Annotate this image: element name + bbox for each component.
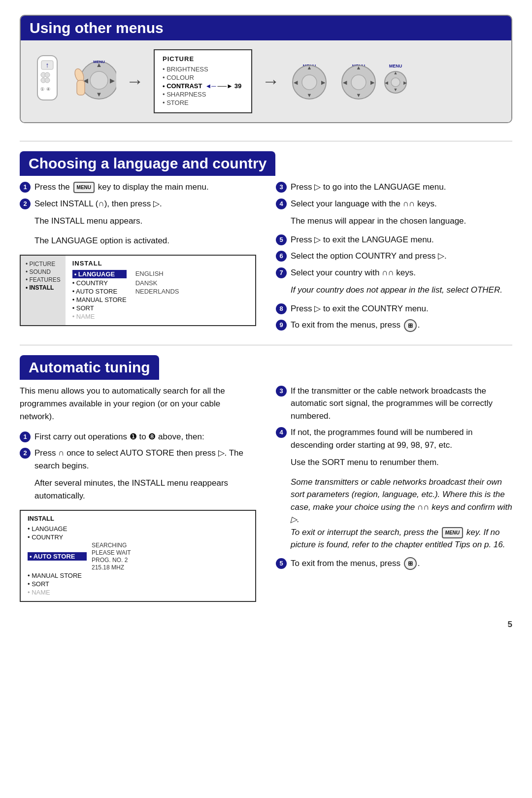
auto-step-4: 4 If not, the programmes found will be n… <box>276 426 512 553</box>
nav-disc-svg-small: MENU ▲ ▼ ◀ ▶ <box>382 61 409 100</box>
svg-text:MENU: MENU <box>93 60 105 64</box>
auto-step-4-text: If not, the programmes found will be num… <box>291 426 512 451</box>
step-2-sub-1: The INSTALL menu appears. <box>34 215 142 228</box>
auto-step-3-text: If the transmitter or the cable network … <box>291 385 512 423</box>
install-menu-row-name: • NAME <box>72 313 248 320</box>
install2-language-name: • LANGUAGE <box>28 525 87 532</box>
using-other-menus-content: ↑ ① ④ ▲ ▼ ◀ <box>21 40 511 122</box>
svg-text:▲: ▲ <box>356 65 362 70</box>
svg-point-4 <box>45 72 50 77</box>
nav-disc-2: MENU ▲ ▼ ◀ ▶ <box>290 61 329 102</box>
menu-key-icon-2: MENU <box>442 527 463 538</box>
step-5-num: 5 <box>276 234 287 245</box>
step-7-num: 7 <box>276 267 287 278</box>
auto-step-2-num: 2 <box>20 448 31 459</box>
steps-right-list: 3 Press ▷ to go into the LANGUAGE menu. … <box>276 181 512 332</box>
exit-key-icon: ⊞ <box>404 319 417 332</box>
step-3-num: 3 <box>276 182 287 193</box>
install2-country-name: • COUNTRY <box>28 533 87 541</box>
picture-item-brightness: • BRIGHTNESS <box>163 66 243 73</box>
automatic-tuning-section: Automatic tuning <box>20 355 512 380</box>
step-6-text: Select the option COUNTRY and press ▷. <box>291 250 447 263</box>
svg-text:↑: ↑ <box>46 61 49 69</box>
auto-step-4-sub-italic: Some transmitters or cable networks broa… <box>291 476 512 551</box>
svg-text:▶: ▶ <box>403 80 407 85</box>
step-3-text: Press ▷ to go into the LANGUAGE menu. <box>291 181 446 194</box>
auto-step-3: 3 If the transmitter or the cable networ… <box>276 385 512 423</box>
svg-text:◀: ◀ <box>294 79 298 85</box>
install-menu-sidebar: • PICTURE • SOUND • FEATURES • INSTALL <box>21 256 66 325</box>
remote-svg-1: ↑ ① ④ <box>33 53 62 107</box>
auto-tuning-right: 3 If the transmitter or the cable networ… <box>276 385 512 610</box>
auto-step-5-text: To exit from the menus, press ⊞. <box>291 557 420 570</box>
install2-sort-name: • SORT <box>28 580 87 588</box>
nav-disc-small: MENU ▲ ▼ ◀ ▶ <box>382 61 409 102</box>
picture-item-store: • STORE <box>163 99 243 106</box>
remote-svg-2: ▲ ▼ ◀ ▶ MENU <box>72 53 116 107</box>
install2-row-name: • NAME <box>28 589 248 596</box>
step-1-num: 1 <box>20 182 31 193</box>
svg-text:④: ④ <box>46 87 50 92</box>
svg-text:MENU: MENU <box>389 64 402 68</box>
svg-point-10 <box>90 71 108 89</box>
svg-point-27 <box>351 75 366 90</box>
val-freq: 215.18 MHZ <box>92 564 131 571</box>
install-menu-row-manualstore: • MANUAL STORE <box>72 296 248 303</box>
install-menu-row-language: • LANGUAGE ENGLISH <box>72 270 248 278</box>
install-autostore-value: NEDERLANDS <box>135 288 179 295</box>
svg-text:▲: ▲ <box>394 70 398 75</box>
automatic-tuning-title: Automatic tuning <box>20 355 159 380</box>
arrow-right-icon-2: → <box>262 71 280 92</box>
auto-step-1-text: First carry out operations ❶ to ❽ above,… <box>34 431 204 443</box>
picture-item-colour: • COLOUR <box>163 74 243 81</box>
using-other-menus-section: Using other menus ↑ ① ④ <box>20 15 512 123</box>
sidebar-features: • FEATURES <box>26 276 61 283</box>
picture-menu-title: PICTURE <box>163 55 243 63</box>
svg-point-20 <box>302 75 317 90</box>
step-9-num: 9 <box>276 320 287 331</box>
nav-disc-svg-3: MENU ▲ ▼ ◀ ▶ <box>339 61 378 100</box>
install2-name-name: • NAME <box>28 589 87 596</box>
svg-point-6 <box>45 78 50 83</box>
choosing-language-columns: 1 Press the MENU key to display the main… <box>20 181 512 336</box>
using-other-menus-title: Using other menus <box>21 16 511 40</box>
step-7: 7 Select your country with ∩∩ keys. If y… <box>276 266 512 299</box>
choosing-language-section: Choosing a language and country <box>20 151 512 176</box>
install2-autostore-values: SEARCHING PLEASE WAIT PROG. NO. 2 215.18… <box>92 542 131 571</box>
menu-key-icon: MENU <box>73 182 95 193</box>
auto-tune-intro: This menu allows you to automatically se… <box>20 385 256 424</box>
svg-text:▶: ▶ <box>110 77 115 84</box>
auto-step-3-num: 3 <box>276 386 287 397</box>
auto-tune-steps-right: 3 If the transmitter or the cable networ… <box>276 385 512 570</box>
sidebar-picture: • PICTURE <box>26 261 61 267</box>
install-country-name: • COUNTRY <box>72 279 127 287</box>
auto-step-2-text: Press ∩ once to select AUTO STORE then p… <box>34 447 256 472</box>
step-4-sub: The menus will appear in the chosen lang… <box>291 215 466 228</box>
automatic-tuning-columns: This menu allows you to automatically se… <box>20 385 512 610</box>
choosing-language-left: 1 Press the MENU key to display the main… <box>20 181 256 336</box>
step-4-num: 4 <box>276 199 287 209</box>
step-5: 5 Press ▷ to exit the LANGUAGE menu. <box>276 233 512 246</box>
choosing-language-title: Choosing a language and country <box>20 151 275 176</box>
svg-point-34 <box>391 78 400 87</box>
install2-row-sort: • SORT <box>28 580 248 588</box>
remote-illustration-group: ↑ ① ④ ▲ ▼ ◀ <box>33 49 409 113</box>
install-menu-title: INSTALL <box>72 260 248 267</box>
auto-step-2: 2 Press ∩ once to select AUTO STORE then… <box>20 447 256 504</box>
svg-text:▲: ▲ <box>307 65 312 70</box>
step-6: 6 Select the option COUNTRY and press ▷. <box>276 250 512 263</box>
step-1-text: Press the MENU key to display the main m… <box>34 181 209 194</box>
step-2-num: 2 <box>20 199 31 209</box>
step-7-text: Select your country with ∩∩ keys. <box>291 266 416 279</box>
step-8-text: Press ▷ to exit the COUNTRY menu. <box>291 302 429 315</box>
svg-text:▼: ▼ <box>394 87 398 92</box>
exit-key-icon-2: ⊞ <box>404 557 417 570</box>
nav-disc-3: MENU ▲ ▼ ◀ ▶ <box>339 61 378 102</box>
svg-text:◀: ◀ <box>385 80 388 85</box>
picture-item-contrast: • CONTRAST ◄─ ──► 39 <box>163 82 243 90</box>
choosing-language-right: 3 Press ▷ to go into the LANGUAGE menu. … <box>276 181 512 336</box>
install2-row-manualstore: • MANUAL STORE <box>28 572 248 579</box>
step-6-num: 6 <box>276 251 287 262</box>
svg-text:①: ① <box>40 87 44 92</box>
auto-tune-steps-left: 1 First carry out operations ❶ to ❽ abov… <box>20 431 256 504</box>
